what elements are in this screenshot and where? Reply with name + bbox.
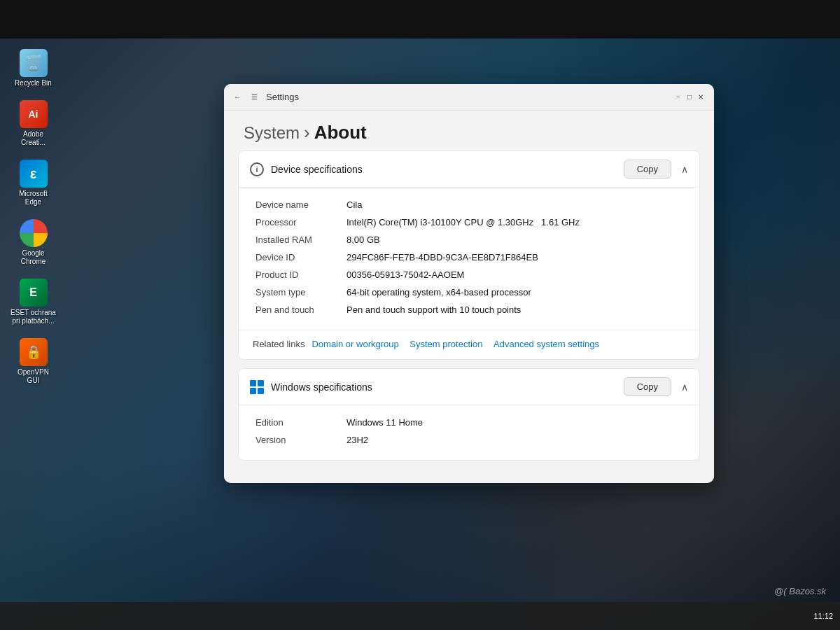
breadcrumb: System › About [244,122,694,144]
device-specs-section: i Device specifications Copy ∧ Device na… [238,150,700,360]
chrome-label: Google Chrome [10,249,56,266]
vpn-icon: 🔒 [20,338,48,366]
device-specs-header-left: i Device specifications [250,162,363,176]
title-bar-controls: − □ ✕ [673,92,706,102]
spec-row-pen-touch: Pen and touch Pen and touch support with… [255,301,682,318]
windows-specs-chevron: ∧ [681,382,688,393]
spec-label-version: Version [255,435,346,445]
breadcrumb-current: About [314,122,367,144]
eset-icon: E [20,279,48,307]
spec-row-edition: Edition Windows 11 Home [255,414,682,431]
spec-value-device-name: Cila [346,200,362,210]
edge-icon: ε [20,160,48,188]
title-bar: ← ☰ Settings − □ ✕ [224,84,714,111]
windows-specs-header: Windows specifications Copy ∧ [239,369,699,405]
device-spec-rows: Device name Cila Processor Intel(R) Core… [239,188,699,330]
device-specs-chevron: ∧ [681,164,688,175]
eset-label: ESET ochrana pri platbách... [10,309,56,326]
spec-value-pen-touch: Pen and touch support with 10 touch poin… [346,304,521,315]
spec-row-device-name: Device name Cila [255,196,682,214]
windows-specs-header-left: Windows specifications [250,380,372,394]
windows-specs-title: Windows specifications [271,382,372,393]
spec-label-edition: Edition [255,417,346,428]
desktop-icon-edge[interactable]: ε Microsoft Edge [10,160,56,206]
system-protection-link[interactable]: System protection [410,339,482,349]
spec-value-device-id: 294FC86F-FE7B-4DBD-9C3A-EE8D71F864EB [346,252,538,262]
spec-label-pen-touch: Pen and touch [255,304,346,315]
maximize-button[interactable]: □ [685,92,694,102]
desktop-icon-chrome[interactable]: Google Chrome [10,219,56,266]
spec-value-product-id: 00356-05913-75042-AAOEM [346,270,464,280]
desktop-icon-recycle-bin[interactable]: 🗑️ Recycle Bin [10,49,56,88]
close-button[interactable]: ✕ [696,92,706,102]
spec-label-device-id: Device ID [255,252,346,262]
related-links: Related links Domain or workgroup System… [239,330,699,359]
spec-row-processor: Processor Intel(R) Core(TM) i3-10100Y CP… [255,214,682,231]
spec-row-version: Version 23H2 [255,431,682,449]
desktop-icons: 🗑️ Recycle Bin Ai Adobe Creati... ε Micr… [10,49,56,385]
spec-value-system-type: 64-bit operating system, x64-based proce… [346,287,531,298]
windows-specs-copy-button[interactable]: Copy [624,377,671,396]
desktop-icon-openvpn[interactable]: 🔒 OpenVPN GUI [10,338,56,385]
related-links-label: Related links [253,339,304,349]
recycle-bin-label: Recycle Bin [15,79,52,88]
menu-button[interactable]: ☰ [249,92,259,102]
content-area: i Device specifications Copy ∧ Device na… [224,150,714,483]
info-icon: i [250,162,264,176]
spec-row-ram: Installed RAM 8,00 GB [255,231,682,248]
adobe-label: Adobe Creati... [10,130,56,147]
taskbar-time: 11:12 [813,612,833,620]
spec-label-processor: Processor [255,217,346,227]
settings-window: ← ☰ Settings − □ ✕ System › About [224,84,714,483]
spec-label-device-name: Device name [255,200,346,210]
spec-label-ram: Installed RAM [255,234,346,245]
spec-label-product-id: Product ID [255,270,346,280]
desktop-icon-eset[interactable]: E ESET ochrana pri platbách... [10,279,56,326]
spec-value-version: 23H2 [346,435,368,445]
edge-label: Microsoft Edge [10,190,56,206]
spec-value-processor: Intel(R) Core(TM) i3-10100Y CPU @ 1.30GH… [346,217,580,227]
page-header: System › About [224,111,714,150]
advanced-system-settings-link[interactable]: Advanced system settings [493,339,599,349]
desktop: 🗑️ Recycle Bin Ai Adobe Creati... ε Micr… [0,0,840,630]
domain-workgroup-link[interactable]: Domain or workgroup [312,339,398,349]
spec-value-edition: Windows 11 Home [346,417,423,428]
top-bar [0,0,840,38]
vpn-label: OpenVPN GUI [10,368,56,385]
device-specs-header: i Device specifications Copy ∧ [239,151,699,188]
recycle-bin-icon: 🗑️ [20,49,48,77]
spec-row-product-id: Product ID 00356-05913-75042-AAOEM [255,266,682,284]
spec-row-system-type: System type 64-bit operating system, x64… [255,284,682,301]
spec-row-device-id: Device ID 294FC86F-FE7B-4DBD-9C3A-EE8D71… [255,248,682,266]
adobe-icon: Ai [20,100,48,128]
chrome-icon [20,219,48,247]
taskbar: 11:12 [0,602,840,630]
device-specs-title: Device specifications [271,164,363,175]
windows-logo-icon [250,380,264,394]
windows-spec-rows: Edition Windows 11 Home Version 23H2 [239,405,699,460]
desktop-icon-adobe[interactable]: Ai Adobe Creati... [10,100,56,147]
window-title: Settings [266,92,299,102]
spec-label-system-type: System type [255,287,346,298]
breadcrumb-parent[interactable]: System [244,123,300,143]
minimize-button[interactable]: − [673,92,683,102]
watermark: @( Bazos.sk [774,586,826,596]
device-specs-copy-button[interactable]: Copy [624,160,671,178]
windows-specs-section: Windows specifications Copy ∧ Edition Wi… [238,368,700,461]
back-button[interactable]: ← [232,92,242,102]
spec-value-ram: 8,00 GB [346,234,380,245]
title-bar-left: ← ☰ Settings [232,92,299,102]
breadcrumb-separator: › [304,122,310,144]
